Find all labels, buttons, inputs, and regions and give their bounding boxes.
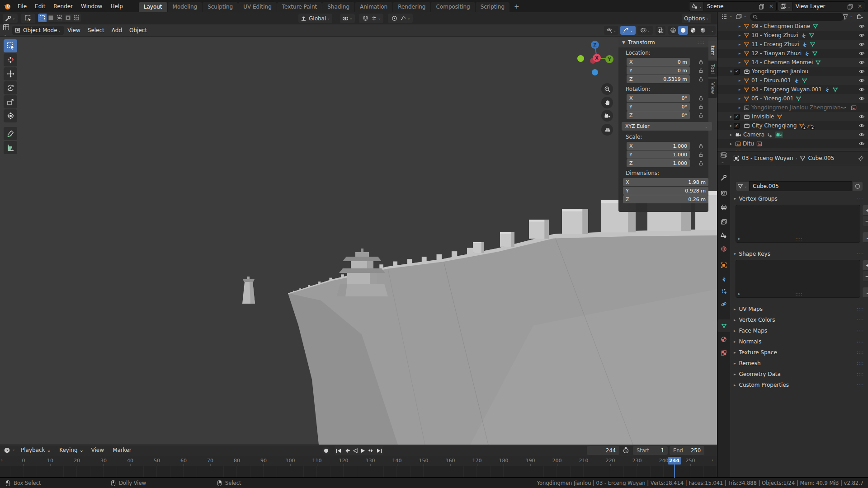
timeline-ruler[interactable]: 0102030405060708090100110120130140150160… [0, 456, 717, 466]
expander-icon[interactable]: ▸ [737, 60, 742, 65]
datablock-name-input[interactable]: Cube.005 [749, 181, 852, 191]
properties-tab-texture[interactable] [717, 347, 730, 359]
jump-prev-keyframe-button[interactable] [343, 446, 351, 455]
panel-header-vertex-colors[interactable]: ▸Vertex Colors:::: [730, 315, 868, 324]
move-tool-icon[interactable] [4, 67, 17, 80]
expander-icon[interactable]: ▸ [728, 132, 734, 137]
workspace-tab-compositing[interactable]: Compositing [431, 2, 475, 12]
select-mode-intersect-icon[interactable] [72, 14, 81, 22]
eye-icon[interactable] [859, 113, 865, 120]
jump-to-start-button[interactable] [335, 446, 343, 455]
workspace-tab-texture-paint[interactable]: Texture Paint [277, 2, 322, 12]
pin-icon[interactable] [858, 155, 864, 161]
lock-icon[interactable] [698, 104, 704, 110]
expander-icon[interactable]: ▸ [737, 96, 742, 101]
outliner-row[interactable]: ▸14 - Chenmen Menmei [717, 58, 868, 67]
workspace-tab-uv-editing[interactable]: UV Editing [238, 2, 277, 12]
panel-header-custom-properties[interactable]: ▸Custom Properties:::: [730, 380, 868, 389]
panel-header-uv-maps[interactable]: ▸UV Maps:::: [730, 304, 868, 314]
outliner-row[interactable]: ▸Camera [717, 130, 868, 139]
topbar-menu-render[interactable]: Render [49, 0, 77, 12]
current-frame-field[interactable]: 244 [587, 446, 619, 455]
auto-keying-record-icon[interactable] [322, 446, 330, 455]
outliner-row[interactable]: ▸05 - Yiceng.001 [717, 94, 868, 103]
lock-icon[interactable] [698, 143, 704, 149]
gizmo-axis-x[interactable]: X [593, 54, 601, 62]
transform-scale-y-field[interactable]: Y1.000 [627, 150, 690, 159]
workspace-tab-sculpting[interactable]: Sculpting [203, 2, 238, 12]
panel-header-shape-keys[interactable]: ▾Shape Keys:::: [730, 249, 868, 258]
eye-icon[interactable] [859, 122, 865, 129]
scene-selector[interactable]: ⌄ Scene ✕ [689, 1, 777, 11]
measure-tool-icon[interactable] [4, 141, 17, 154]
collection-checkbox[interactable]: ✓ [734, 69, 740, 75]
select-box-tool-icon[interactable] [4, 39, 17, 52]
outliner-row[interactable]: ▸Ditu [717, 139, 868, 148]
panel-header-remesh[interactable]: ▸Remesh:::: [730, 358, 868, 368]
expander-icon[interactable]: ▸ [737, 42, 742, 47]
workspace-tab-shading[interactable]: Shading [322, 2, 354, 12]
transform-orientation-dropdown[interactable]: Global⌄ [298, 14, 332, 23]
show-gizmo-toggle[interactable]: ⌄ [620, 26, 636, 35]
outliner-filter-icon[interactable] [842, 14, 849, 20]
timeline-menu-marker[interactable]: Marker [113, 445, 131, 455]
sidebar-tab-view[interactable]: View [708, 79, 717, 98]
expander-icon[interactable]: ▸ [737, 51, 742, 56]
add-workspace-button[interactable]: + [510, 3, 524, 10]
workspace-tab-modeling[interactable]: Modeling [168, 2, 203, 12]
remove-shape-keys-button[interactable]: − [862, 271, 868, 282]
mesh-datablock-dropdown[interactable]: ⌄ [736, 181, 749, 191]
proportional-falloff-dropdown[interactable]: ⌄ [398, 14, 413, 23]
new-scene-icon[interactable] [757, 4, 766, 9]
eye-closed-icon[interactable] [840, 104, 847, 111]
eye-icon[interactable] [859, 131, 865, 138]
playhead[interactable]: 244 [668, 457, 681, 465]
eye-icon[interactable] [859, 59, 865, 66]
sidebar-tab-item[interactable]: Item [708, 41, 717, 59]
object-type-visibility-dropdown[interactable]: ⌄ [604, 26, 618, 35]
topbar-menu-window[interactable]: Window [77, 0, 106, 12]
timeline-track-area[interactable] [0, 466, 717, 478]
properties-tab-active-tool[interactable] [717, 171, 730, 184]
play-reverse-button[interactable] [351, 446, 359, 455]
scene-name[interactable]: Scene [704, 3, 757, 9]
list-expander-icon[interactable]: ▸ [738, 236, 741, 241]
topbar-menu-help[interactable]: Help [106, 0, 127, 12]
properties-tab-output[interactable] [717, 201, 730, 214]
vertex-groups-specials-dropdown[interactable]: ⌄ [862, 232, 868, 243]
view-layer-selector[interactable]: ⌄ View Layer ✕ [778, 1, 865, 11]
eye-icon[interactable] [859, 86, 865, 93]
shading-solid-icon[interactable] [678, 26, 688, 35]
shape-keys-list[interactable]: ▸:::: [736, 260, 860, 298]
properties-tab-render[interactable] [717, 187, 730, 199]
shape-keys-specials-dropdown[interactable]: ⌄ [862, 287, 868, 298]
editor-type-timeline-icon[interactable] [4, 447, 10, 454]
viewport-menu-add[interactable]: Add [108, 27, 126, 33]
topbar-menu-file[interactable]: File [14, 0, 31, 12]
panel-header-texture-space[interactable]: ▸Texture Space:::: [730, 347, 868, 357]
transform-rotation-y-field[interactable]: Y0° [627, 103, 690, 111]
pivot-point-dropdown[interactable]: ⌄ [340, 14, 355, 23]
eye-icon[interactable] [859, 77, 865, 84]
shading-rendered-icon[interactable] [698, 26, 708, 35]
transform-rotation-x-field[interactable]: X0° [627, 94, 690, 102]
select-mode-invert-icon[interactable] [64, 14, 72, 22]
workspace-tab-scripting[interactable]: Scripting [476, 2, 509, 12]
properties-tab-particles[interactable] [717, 285, 730, 298]
view-layer-name[interactable]: View Layer [793, 3, 845, 9]
workspace-tab-animation[interactable]: Animation [355, 2, 392, 12]
transform-rotation-z-field[interactable]: Z0° [627, 111, 690, 119]
transform-panel-header[interactable]: ▼ Transform :::: [618, 38, 708, 47]
new-collection-icon[interactable] [857, 14, 863, 20]
eye-icon[interactable] [859, 32, 865, 38]
properties-tab-object[interactable] [717, 259, 730, 272]
outliner-row[interactable]: ▸10 - Yiceng Zhuzi [717, 31, 868, 40]
viewport-menu-select[interactable]: Select [84, 27, 108, 33]
transform-tool-icon[interactable] [4, 109, 17, 122]
eye-icon[interactable] [859, 41, 865, 47]
expander-icon[interactable]: ▸ [737, 105, 742, 110]
transform-location-y-field[interactable]: Y0 m [627, 66, 690, 75]
workspace-tab-rendering[interactable]: Rendering [393, 2, 430, 12]
topbar-menu-edit[interactable]: Edit [31, 0, 49, 12]
properties-tab-object-data[interactable] [717, 319, 730, 332]
